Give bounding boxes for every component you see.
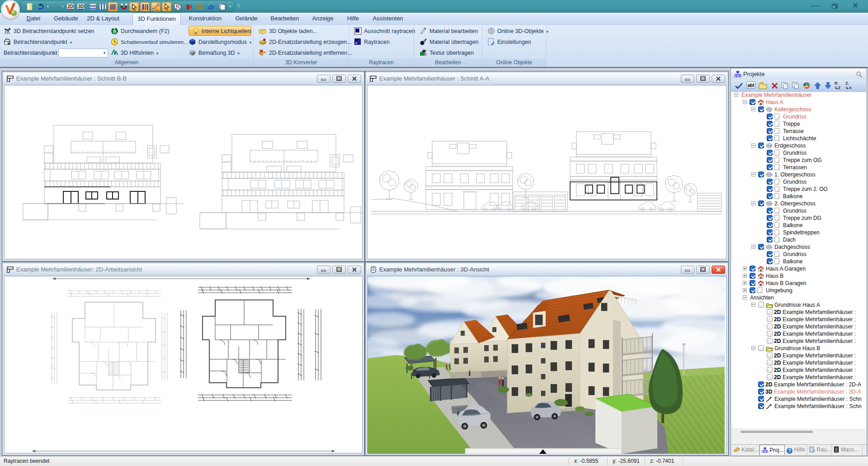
svg-text:3D: 3D [78,4,84,9]
svg-text:2D: 2D [68,4,74,9]
